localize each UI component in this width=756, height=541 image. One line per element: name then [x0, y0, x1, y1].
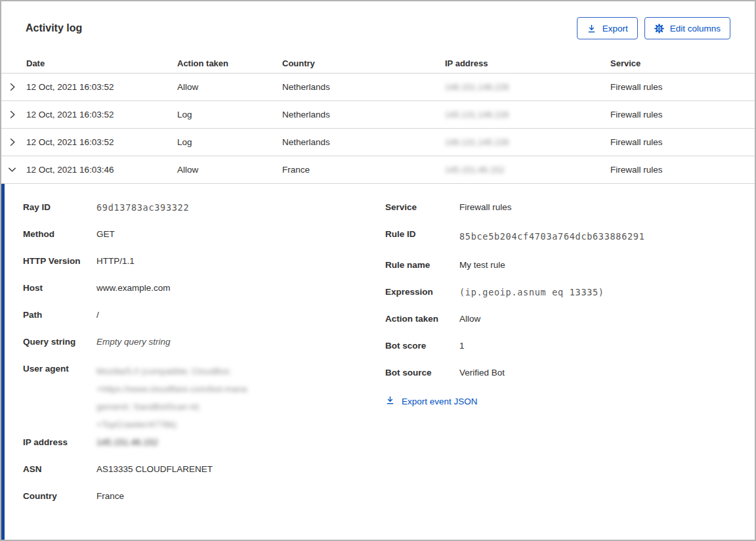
- cell-country: France: [282, 165, 445, 175]
- column-header-ip: IP address: [445, 58, 610, 68]
- table-header-row: Date Action taken Country IP address Ser…: [1, 54, 755, 74]
- table-row-expanded[interactable]: 12 Oct, 2021 16:03:46 Allow France 145.1…: [1, 156, 755, 184]
- host-label: Host: [23, 282, 96, 295]
- action-taken-label: Action taken: [385, 313, 459, 326]
- collapse-chevron-down-icon[interactable]: [1, 165, 26, 175]
- query-string-label: Query string: [23, 335, 96, 349]
- edit-columns-button-label: Edit columns: [670, 24, 721, 33]
- export-event-json-link[interactable]: Export event JSON: [385, 395, 478, 407]
- action-taken-value: Allow: [459, 313, 480, 326]
- path-label: Path: [23, 309, 96, 322]
- export-button[interactable]: Export: [577, 17, 638, 39]
- cell-date: 12 Oct, 2021 16:03:52: [26, 82, 177, 92]
- expand-chevron-right-icon[interactable]: [1, 137, 26, 147]
- cell-action: Log: [177, 137, 282, 147]
- service-label: Service: [385, 201, 459, 214]
- column-header-date: Date: [26, 58, 177, 68]
- page-title: Activity log: [26, 22, 82, 34]
- table-row[interactable]: 12 Oct, 2021 16:03:52 Log Netherlands 14…: [1, 129, 755, 156]
- host-value: www.example.com: [96, 282, 171, 295]
- http-version-label: HTTP Version: [23, 255, 96, 268]
- asn-value: AS13335 CLOUDFLARENET: [96, 463, 213, 476]
- cell-ip-redacted: 145.151.46.152: [445, 165, 610, 175]
- cell-date: 12 Oct, 2021 16:03:52: [26, 110, 177, 119]
- cell-service: Firewall rules: [610, 137, 755, 147]
- topbar: Activity log Export: [1, 1, 755, 39]
- toolbar-actions: Export Edit columns: [577, 17, 730, 39]
- bot-score-value: 1: [459, 339, 465, 353]
- cell-action: Allow: [177, 82, 282, 92]
- path-value: /: [96, 309, 99, 322]
- export-button-label: Export: [602, 24, 628, 33]
- cell-ip-redacted: 145.131.146.226: [445, 110, 610, 119]
- method-label: Method: [23, 228, 96, 241]
- bot-score-label: Bot score: [385, 339, 459, 353]
- country-value: France: [96, 490, 124, 503]
- expand-chevron-right-icon[interactable]: [1, 82, 26, 92]
- cell-country: Netherlands: [282, 82, 445, 92]
- cell-ip-redacted: 146.151.146.226: [445, 82, 610, 92]
- cell-date: 12 Oct, 2021 16:03:52: [26, 137, 177, 147]
- cell-service: Firewall rules: [610, 82, 755, 92]
- bot-source-value: Verified Bot: [459, 366, 505, 379]
- rule-id-value: 85bce5b204cf4703a764dcb633886291: [459, 228, 651, 245]
- column-header-action: Action taken: [177, 58, 282, 68]
- ray-id-label: Ray ID: [23, 201, 96, 214]
- cell-date: 12 Oct, 2021 16:03:46: [26, 165, 177, 175]
- http-version-value: HTTP/1.1: [96, 255, 135, 268]
- service-value: Firewall rules: [459, 201, 512, 214]
- rule-id-label: Rule ID: [385, 228, 459, 241]
- export-event-json-label: Export event JSON: [402, 397, 478, 406]
- bot-source-label: Bot source: [385, 366, 459, 379]
- cell-service: Firewall rules: [610, 165, 755, 175]
- cell-action: Allow: [177, 165, 282, 175]
- column-header-country: Country: [282, 58, 445, 68]
- detail-right-column: Service Firewall rules Rule ID 85bce5b20…: [385, 201, 755, 408]
- expand-chevron-right-icon[interactable]: [1, 110, 26, 119]
- cell-country: Netherlands: [282, 137, 445, 147]
- cell-action: Log: [177, 110, 282, 119]
- table-row[interactable]: 12 Oct, 2021 16:03:52 Allow Netherlands …: [1, 74, 755, 101]
- cell-service: Firewall rules: [610, 110, 755, 119]
- expression-value: (ip.geoip.asnum eq 13335): [459, 286, 604, 299]
- rule-name-value: My test rule: [459, 259, 505, 272]
- table-row[interactable]: 12 Oct, 2021 16:03:52 Log Netherlands 14…: [1, 101, 755, 129]
- activity-table: Date Action taken Country IP address Ser…: [1, 54, 755, 184]
- column-header-service: Service: [610, 58, 755, 68]
- download-icon: [587, 24, 597, 33]
- user-agent-label: User agent: [23, 362, 96, 376]
- rule-name-label: Rule name: [385, 259, 459, 272]
- cell-country: Netherlands: [282, 110, 445, 119]
- method-value: GET: [96, 228, 115, 241]
- activity-log-panel: Activity log Export: [0, 0, 756, 541]
- event-detail-panel: Ray ID 69d13783ac393322 Method GET HTTP …: [1, 184, 755, 540]
- ray-id-value: 69d13783ac393322: [96, 201, 189, 214]
- asn-label: ASN: [23, 463, 96, 476]
- detail-left-column: Ray ID 69d13783ac393322 Method GET HTTP …: [23, 201, 385, 517]
- ip-address-label: IP address: [23, 436, 96, 449]
- cell-ip-redacted: 146.131.145.226: [445, 137, 610, 147]
- download-icon: [385, 395, 395, 407]
- query-string-value: Empty query string: [96, 335, 171, 349]
- edit-columns-button[interactable]: Edit columns: [644, 17, 730, 39]
- gear-icon: [654, 24, 664, 33]
- expression-label: Expression: [385, 286, 459, 299]
- user-agent-value-redacted: Mozilla/5.0 (compatible; CloudBot; +http…: [96, 362, 247, 433]
- ip-address-value-redacted: 145.151.46.152: [96, 436, 158, 449]
- country-label: Country: [23, 490, 96, 503]
